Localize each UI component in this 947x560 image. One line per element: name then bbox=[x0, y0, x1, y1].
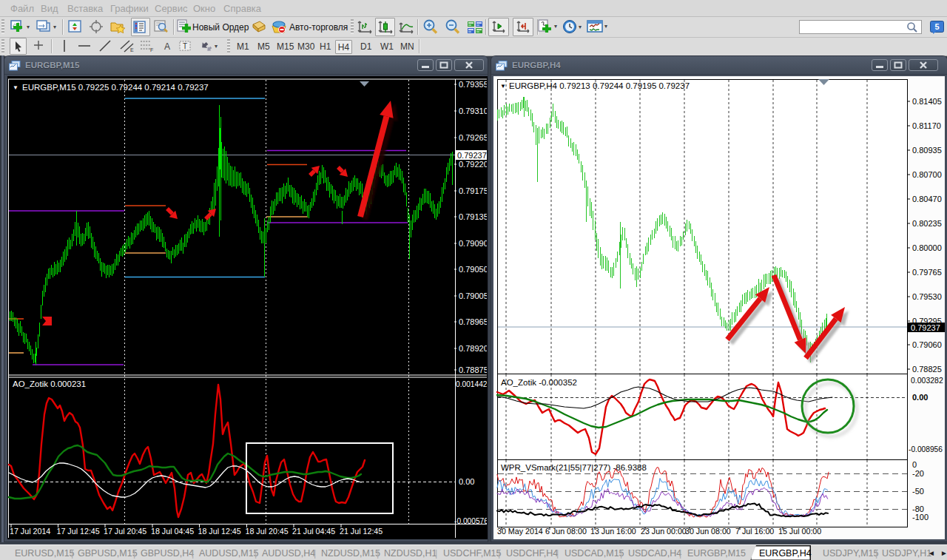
svg-text:0.80935: 0.80935 bbox=[912, 146, 942, 155]
svg-text:0.79265: 0.79265 bbox=[459, 133, 487, 142]
svg-text:0.79237: 0.79237 bbox=[457, 151, 487, 160]
svg-text:5: 5 bbox=[934, 22, 939, 31]
svg-text:17 Jul 12:45: 17 Jul 12:45 bbox=[57, 527, 100, 536]
svg-text:-0.008956: -0.008956 bbox=[909, 445, 943, 453]
svg-text:0.80700: 0.80700 bbox=[912, 170, 942, 179]
svg-text:0.79765: 0.79765 bbox=[912, 268, 942, 277]
svg-text:0.79220: 0.79220 bbox=[459, 160, 487, 169]
svg-text:21 Jul 04:45: 21 Jul 04:45 bbox=[292, 527, 335, 536]
svg-text:0.78875: 0.78875 bbox=[459, 365, 487, 374]
svg-text:▼: ▼ bbox=[13, 84, 18, 91]
svg-text:23 Jun 00:00: 23 Jun 00:00 bbox=[641, 527, 687, 536]
svg-text:0.79355: 0.79355 bbox=[459, 80, 487, 89]
svg-text:▼: ▼ bbox=[500, 83, 506, 90]
svg-text:AO_Zotik 0.000231: AO_Zotik 0.000231 bbox=[13, 379, 86, 388]
svg-text:EURGBP,H4 0.79213 0.79244 0.7: EURGBP,H4 0.79213 0.79244 0.79195 0.7923… bbox=[509, 81, 690, 90]
svg-text:30 May 2014: 30 May 2014 bbox=[497, 527, 543, 536]
svg-text:0.79135: 0.79135 bbox=[459, 212, 487, 221]
svg-text:0.79310: 0.79310 bbox=[459, 107, 487, 115]
svg-text:F: F bbox=[150, 47, 153, 53]
svg-text:0.80235: 0.80235 bbox=[912, 219, 942, 228]
svg-text:-50: -50 bbox=[912, 487, 924, 496]
svg-text:0.79530: 0.79530 bbox=[912, 292, 942, 301]
svg-text:0.003282: 0.003282 bbox=[911, 376, 943, 385]
svg-text:0: 0 bbox=[912, 460, 917, 469]
svg-text:18 Jul 12:45: 18 Jul 12:45 bbox=[198, 527, 241, 536]
svg-text:0.81405: 0.81405 bbox=[912, 97, 942, 106]
svg-text:18 Jul 20:45: 18 Jul 20:45 bbox=[246, 527, 289, 536]
svg-text:0.79175: 0.79175 bbox=[459, 186, 487, 195]
svg-text:0.001442: 0.001442 bbox=[456, 380, 487, 388]
svg-text:0.78825: 0.78825 bbox=[912, 365, 942, 374]
svg-text:0.79090: 0.79090 bbox=[459, 239, 487, 248]
svg-text:18 Jul 04:45: 18 Jul 04:45 bbox=[151, 527, 194, 536]
svg-text:AO_Zotik -0.000352: AO_Zotik -0.000352 bbox=[501, 378, 577, 387]
svg-text:-0.000576: -0.000576 bbox=[454, 517, 487, 525]
svg-text:0.79050: 0.79050 bbox=[459, 265, 487, 274]
svg-text:15 Jul 00:00: 15 Jul 00:00 bbox=[778, 527, 821, 536]
svg-text:T: T bbox=[183, 42, 187, 50]
svg-text:0.00: 0.00 bbox=[459, 477, 474, 486]
svg-text:17 Jul 20:45: 17 Jul 20:45 bbox=[104, 527, 146, 536]
svg-text:-100: -100 bbox=[912, 513, 929, 522]
svg-text:21 Jul 12:45: 21 Jul 12:45 bbox=[340, 527, 382, 536]
svg-text:0.00: 0.00 bbox=[912, 393, 928, 402]
svg-text:6 Jun 08:00: 6 Jun 08:00 bbox=[545, 527, 587, 536]
svg-text:0.78920: 0.78920 bbox=[459, 344, 487, 353]
svg-text:0.80470: 0.80470 bbox=[912, 195, 942, 203]
svg-text:E: E bbox=[130, 47, 134, 53]
svg-text:0.79060: 0.79060 bbox=[912, 340, 942, 349]
svg-text:7 Jul 16:00: 7 Jul 16:00 bbox=[735, 527, 774, 536]
svg-text:0.80000: 0.80000 bbox=[912, 243, 942, 252]
svg-text:WPR_VSmark(21|55|77|277) -86.9: WPR_VSmark(21|55|77|277) -86.9388 bbox=[501, 463, 647, 472]
svg-text:13 Jun 16:00: 13 Jun 16:00 bbox=[590, 527, 636, 536]
svg-text:A: A bbox=[164, 41, 170, 52]
svg-text:17 Jul 2014: 17 Jul 2014 bbox=[10, 527, 50, 536]
svg-text:0.78965: 0.78965 bbox=[459, 317, 487, 326]
svg-text:0.81170: 0.81170 bbox=[912, 121, 941, 130]
svg-text:0.79237: 0.79237 bbox=[911, 323, 940, 332]
svg-text:-20: -20 bbox=[912, 469, 924, 478]
svg-text:EURGBP,M15 0.79225 0.79244 0.: EURGBP,M15 0.79225 0.79244 0.79214 0.792… bbox=[22, 83, 209, 92]
svg-text:30 Jun 08:00: 30 Jun 08:00 bbox=[685, 527, 731, 536]
svg-text:0.79005: 0.79005 bbox=[459, 291, 487, 300]
